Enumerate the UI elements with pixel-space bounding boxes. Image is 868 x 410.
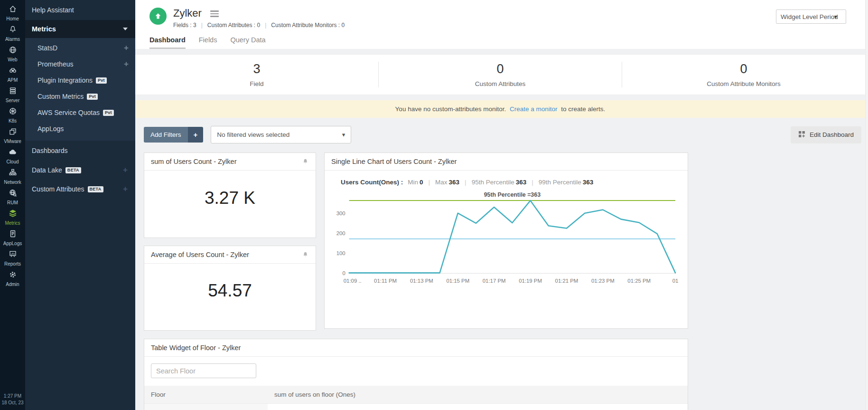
rail-item-cloud[interactable]: Cloud: [0, 146, 25, 166]
edit-dashboard-button[interactable]: Edit Dashboard: [791, 126, 861, 143]
tab-query-data[interactable]: Query Data: [230, 36, 265, 49]
svg-text:01:19 PM: 01:19 PM: [519, 278, 542, 284]
meta-fields: Fields : 3: [173, 22, 196, 29]
icon-rail: Home Alarms Web APM Server K8s VMware C: [0, 0, 25, 410]
filter-bar: Add Filters + No filtered views selected…: [135, 118, 868, 151]
pvt-badge: Pvt: [96, 77, 107, 84]
plus-icon[interactable]: +: [123, 167, 128, 173]
widget-single-line-chart: Single Line Chart of Users Count - Zylke…: [324, 153, 688, 329]
tab-dashboard[interactable]: Dashboard: [149, 36, 186, 49]
bell-icon: [9, 25, 17, 36]
svg-text:01: 01: [672, 278, 679, 284]
rail-item-vmware[interactable]: VMware: [0, 125, 25, 146]
chevron-down-icon: ▾: [834, 13, 837, 20]
rail-item-web[interactable]: Web: [0, 44, 25, 64]
sidebar-item-data-lake[interactable]: Data Lake BETA +: [25, 161, 135, 180]
app-window: Home Alarms Web APM Server K8s VMware C: [0, 0, 868, 410]
pvt-badge: Pvt: [103, 110, 114, 116]
table-row: 5th 204: [144, 404, 688, 410]
rail-item-rum[interactable]: RUM: [0, 187, 25, 207]
alert-bell-icon[interactable]: [302, 158, 309, 165]
sidebar-item-plugin-integrations[interactable]: Plugin Integrations Pvt: [25, 72, 135, 88]
sidebar-item-statsd[interactable]: StatsD +: [25, 40, 135, 56]
rail-item-k8s[interactable]: K8s: [0, 105, 25, 125]
sidebar-section-metrics[interactable]: Metrics: [25, 20, 135, 38]
page-title: Zylker: [173, 7, 202, 19]
home-icon: [9, 5, 17, 15]
search-floor-input[interactable]: [151, 363, 256, 378]
svg-text:01:15 PM: 01:15 PM: [446, 278, 469, 284]
svg-text:100: 100: [336, 250, 345, 256]
column-header-sum-users: sum of users on floor (Ones): [268, 386, 688, 404]
svg-text:95th Percentile =363: 95th Percentile =363: [484, 191, 541, 198]
monitor-meta: Fields : 3|Custom Attributes : 0|Custom …: [173, 22, 345, 29]
svg-text:200: 200: [336, 230, 345, 236]
add-filters-button[interactable]: Add Filters +: [144, 127, 203, 143]
rail-item-metrics[interactable]: Metrics: [0, 207, 25, 228]
cell-sum-users: 204: [268, 404, 688, 410]
sidebar-item-prometheus[interactable]: Prometheus +: [25, 56, 135, 72]
sidebar-item-aws-service-quotas[interactable]: AWS Service Quotas Pvt: [25, 105, 135, 121]
widget-title: sum of Users Count - Zylker: [151, 158, 237, 165]
page-header: Zylker Fields : 3|Custom Attributes : 0|…: [135, 0, 868, 49]
svg-text:01:09 ..: 01:09 ..: [344, 278, 362, 284]
filtered-views-dropdown[interactable]: No filtered views selected ▾: [211, 126, 351, 143]
vertical-scrollbar[interactable]: [865, 0, 868, 410]
rail-item-admin[interactable]: Admin: [0, 268, 25, 289]
rail-item-alarms[interactable]: Alarms: [0, 23, 25, 44]
svg-text:01:25 PM: 01:25 PM: [627, 278, 651, 284]
report-board-icon: [9, 250, 17, 260]
log-document-icon: [9, 229, 17, 240]
widget-average-users-count: Average of Users Count - Zylker 54.57: [144, 246, 316, 331]
line-chart-canvas: 010020030095th Percentile =36301:09 ..01…: [330, 189, 679, 286]
globe-icon: [9, 46, 17, 56]
plus-icon[interactable]: +: [124, 45, 129, 51]
widget-title: Table Widget of Floor - Zylker: [151, 344, 241, 352]
hamburger-menu-icon[interactable]: [210, 10, 219, 17]
clock: 1:27 PM 18 Oct, 23: [1, 393, 23, 410]
svg-text:0: 0: [342, 270, 345, 276]
tab-fields[interactable]: Fields: [199, 36, 217, 49]
stat-custom-attribute-monitors: 0 Custom Attribute Monitors: [622, 62, 865, 87]
plus-icon[interactable]: +: [124, 61, 129, 67]
rail-item-apm[interactable]: APM: [0, 64, 25, 85]
sum-value: 3.27 K: [205, 188, 255, 208]
rail-item-applogs[interactable]: AppLogs: [0, 228, 25, 248]
sidebar-item-help-assistant[interactable]: Help Assistant: [25, 0, 135, 20]
stat-custom-attributes: 0 Custom Attributes: [378, 62, 622, 87]
network-icon: [9, 168, 17, 179]
layers-icon: [9, 209, 17, 219]
sidebar-item-applogs[interactable]: AppLogs: [25, 121, 135, 137]
gear-icon: [9, 270, 17, 281]
cloud-icon: [9, 148, 17, 158]
alert-bell-icon[interactable]: [302, 251, 309, 258]
svg-text:01:17 PM: 01:17 PM: [483, 278, 506, 284]
rail-item-network[interactable]: Network: [0, 166, 25, 187]
sidebar-item-custom-metrics[interactable]: Custom Metrics Pvt: [25, 88, 135, 105]
metrics-sidebar: Help Assistant Metrics StatsD + Promethe…: [25, 0, 135, 410]
beta-badge: BETA: [65, 167, 81, 173]
chart-stats-line: Users Count(Ones) : Min0 | Max363 | 95th…: [325, 171, 688, 187]
sidebar-item-custom-attributes[interactable]: Custom Attributes BETA +: [25, 180, 135, 199]
rum-globe-magnifier-icon: [9, 189, 17, 199]
rail-item-reports[interactable]: Reports: [0, 248, 25, 268]
plus-icon[interactable]: +: [188, 127, 204, 143]
monitor-status-up-icon: [149, 8, 167, 25]
sidebar-item-dashboards[interactable]: Dashboards: [25, 141, 135, 161]
rail-item-server[interactable]: Server: [0, 85, 25, 105]
stat-field: 3 Field: [135, 62, 378, 87]
pvt-badge: Pvt: [87, 94, 98, 100]
chevron-down-icon: ▾: [342, 131, 345, 138]
svg-text:01:11 PM: 01:11 PM: [374, 278, 397, 284]
svg-text:300: 300: [336, 210, 345, 216]
floor-table: Floor sum of users on floor (Ones) 5th 2…: [144, 386, 688, 410]
widget-level-period-select[interactable]: Widget Level Period ▾: [776, 10, 846, 24]
create-monitor-link[interactable]: Create a monitor: [510, 105, 558, 113]
average-value: 54.57: [208, 281, 252, 301]
plus-icon[interactable]: +: [123, 186, 128, 192]
rail-item-home[interactable]: Home: [0, 3, 25, 23]
table-header-row: Floor sum of users on floor (Ones): [144, 386, 688, 404]
dashboard-widgets: sum of Users Count - Zylker 3.27 K Avera…: [135, 151, 868, 410]
widget-sum-users-count: sum of Users Count - Zylker 3.27 K: [144, 153, 316, 238]
server-icon: [9, 86, 17, 97]
